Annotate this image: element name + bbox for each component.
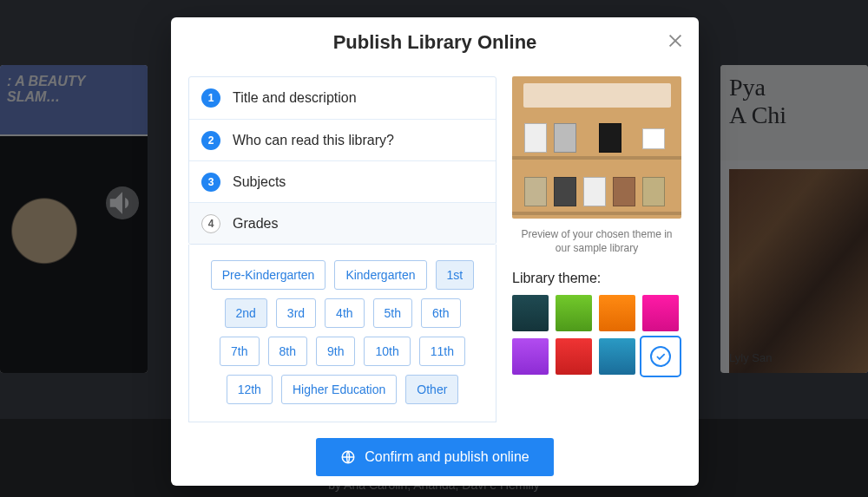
- close-button[interactable]: [666, 31, 685, 50]
- step-2[interactable]: 2Who can read this library?: [189, 119, 496, 160]
- step-3[interactable]: 3Subjects: [189, 160, 496, 202]
- grade-chip[interactable]: 6th: [421, 298, 460, 328]
- preview-caption: Preview of your chosen theme in our samp…: [516, 227, 678, 255]
- step-label: Subjects: [233, 174, 286, 190]
- grade-chip[interactable]: 7th: [220, 337, 259, 366]
- grade-chip[interactable]: Higher Education: [281, 375, 397, 404]
- grade-chip[interactable]: 9th: [316, 337, 355, 366]
- step-4[interactable]: 4Grades: [189, 202, 496, 244]
- step-badge: 2: [201, 131, 220, 150]
- theme-swatch-blue[interactable]: [599, 338, 635, 375]
- grade-chip[interactable]: 10th: [364, 337, 410, 366]
- theme-preview: [512, 76, 681, 219]
- modal-header: Publish Library Online: [171, 17, 699, 68]
- theme-label: Library theme:: [512, 271, 681, 286]
- check-icon: [650, 346, 671, 367]
- grade-chip[interactable]: Other: [405, 375, 458, 404]
- theme-swatch-red[interactable]: [556, 338, 592, 375]
- grades-panel: Pre-KindergartenKindergarten1st2nd3rd4th…: [188, 245, 496, 422]
- step-badge: 1: [201, 88, 220, 108]
- step-label: Who can read this library?: [233, 133, 394, 148]
- grade-chip[interactable]: 5th: [373, 298, 412, 328]
- steps-accordion: 1Title and description2Who can read this…: [188, 76, 496, 245]
- theme-swatch-orange[interactable]: [599, 295, 635, 331]
- step-badge: 4: [201, 214, 220, 233]
- theme-swatches: [512, 295, 681, 375]
- theme-swatch-green[interactable]: [556, 295, 592, 331]
- close-icon: [666, 31, 685, 50]
- modal-title: Publish Library Online: [333, 31, 537, 54]
- grade-chip[interactable]: 2nd: [225, 298, 267, 328]
- theme-swatch-teal-dark[interactable]: [512, 295, 549, 331]
- globe-icon: [340, 449, 356, 465]
- grade-chip[interactable]: 4th: [325, 298, 364, 328]
- step-label: Grades: [233, 216, 278, 232]
- step-label: Title and description: [233, 90, 357, 106]
- grade-chip[interactable]: Pre-Kindergarten: [211, 260, 326, 290]
- grade-chip[interactable]: 1st: [436, 260, 475, 290]
- confirm-publish-label: Confirm and publish online: [365, 449, 529, 465]
- grade-chip[interactable]: 12th: [227, 375, 273, 404]
- grade-chip[interactable]: 3rd: [276, 298, 316, 328]
- step-1[interactable]: 1Title and description: [189, 77, 496, 119]
- grade-chip[interactable]: 8th: [268, 337, 307, 366]
- theme-swatch-purple[interactable]: [512, 338, 549, 375]
- theme-swatch-magenta[interactable]: [642, 295, 679, 331]
- step-badge: 3: [201, 173, 220, 192]
- publish-modal: Publish Library Online 1Title and descri…: [171, 17, 699, 486]
- grade-chip[interactable]: 11th: [419, 337, 465, 366]
- theme-swatch-wood[interactable]: [642, 338, 679, 375]
- confirm-publish-button[interactable]: Confirm and publish online: [316, 438, 553, 476]
- grade-chip[interactable]: Kindergarten: [334, 260, 426, 290]
